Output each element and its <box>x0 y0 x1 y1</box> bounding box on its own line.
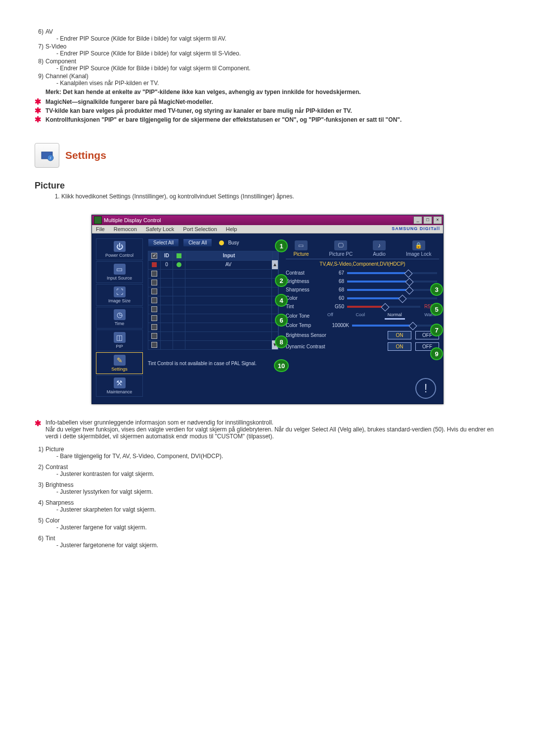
sidebar-item-label: Settings <box>111 367 128 372</box>
contrast-slider[interactable] <box>347 272 437 274</box>
warning-icon: ! <box>415 378 436 399</box>
color-slider[interactable] <box>347 297 437 299</box>
sidebar-item-power[interactable]: ⏻ Power Control <box>96 238 143 260</box>
item-desc: - Justerer kontrasten for valgt skjerm. <box>56 471 499 477</box>
sidebar-item-maintenance[interactable]: ⚒ Maintenance <box>96 375 143 397</box>
ct-off[interactable]: Off <box>324 312 336 320</box>
row-check[interactable] <box>148 296 161 305</box>
busy-indicator-icon <box>219 240 224 245</box>
row-check[interactable] <box>148 314 161 323</box>
row-check[interactable] <box>148 331 161 341</box>
picture-pc-icon: 🖵 <box>334 240 347 250</box>
maximize-button[interactable]: □ <box>423 216 432 224</box>
star-note: ✱ Kontrollfunksjonen "PIP" er bare tilgj… <box>45 116 499 123</box>
sidebar-item-label: Image Size <box>108 298 131 303</box>
row-value: 68 <box>324 287 347 292</box>
item-label: Tint <box>45 535 55 542</box>
menu-remocon[interactable]: Remocon <box>114 226 137 232</box>
sharpness-slider[interactable] <box>347 289 437 291</box>
col-input: Input <box>185 251 273 261</box>
busy-label: Busy <box>228 240 239 245</box>
info-note-text: Info-tabellen viser grunnleggende inform… <box>45 419 499 440</box>
tint-slider[interactable] <box>347 306 420 308</box>
menu-help[interactable]: Help <box>226 226 237 232</box>
star-icon: ✱ <box>35 116 41 123</box>
item-desc: - Kanalpilen vises når PIP-kilden er TV. <box>56 80 499 87</box>
col-status <box>173 251 185 261</box>
tab-picture-pc[interactable]: 🖵 Picture PC <box>329 240 353 257</box>
maintenance-icon: ⚒ <box>114 378 126 388</box>
ct-normal[interactable]: Normal <box>385 312 405 320</box>
brightness-slider[interactable] <box>347 281 437 283</box>
tab-picture[interactable]: ▭ Picture <box>293 240 309 257</box>
row-label: Color Tone <box>286 313 324 319</box>
item-desc: - Endrer PIP Source (Kilde for Bilde i b… <box>56 50 499 57</box>
row-value: 67 <box>324 270 347 276</box>
row-check[interactable] <box>148 340 161 350</box>
minimize-button[interactable]: _ <box>413 216 422 224</box>
menu-bar: File Remocon Safety Lock Port Selection … <box>92 225 443 234</box>
sidebar-item-time[interactable]: ◷ Time <box>96 307 143 329</box>
clock-icon: ◷ <box>114 309 126 320</box>
sidebar-item-image-size[interactable]: ⛶ Image Size <box>96 284 143 306</box>
app-screenshot: Multiple Display Control _ □ × File Remo… <box>91 215 443 404</box>
item-label: Color <box>45 517 60 524</box>
menu-port-selection[interactable]: Port Selection <box>183 226 217 232</box>
star-text: MagicNet—signalkilde fungerer bare på Ma… <box>45 98 213 105</box>
item-label: AV <box>45 28 53 35</box>
row-check[interactable] <box>148 260 161 270</box>
tab-audio[interactable]: ♪ Audio <box>373 240 386 257</box>
list-item: 3) Brightness - Justerer lysstyrken for … <box>35 481 499 495</box>
row-check[interactable] <box>148 269 161 279</box>
clear-all-button[interactable]: Clear All <box>183 238 212 247</box>
item-num: 4) <box>35 499 45 506</box>
col-id: ID <box>161 251 173 261</box>
sidebar-item-pip[interactable]: ◫ PIP <box>96 330 143 351</box>
row-id: 0 <box>161 260 173 270</box>
window-titlebar[interactable]: Multiple Display Control _ □ × <box>92 215 443 225</box>
scrollbar[interactable] <box>273 251 278 261</box>
item-desc: - Justerer fargetonene for valgt skjerm. <box>56 542 499 549</box>
color-temp-slider[interactable] <box>352 325 437 327</box>
color-tone-options[interactable]: Off Cool Normal Warm <box>324 312 439 320</box>
select-all-button[interactable]: Select All <box>148 238 179 247</box>
merk-note: Merk: Det kan hende at enkelte av "PIP"-… <box>45 89 499 95</box>
bsensor-on-button[interactable]: ON <box>388 331 411 339</box>
sidebar-item-input-source[interactable]: ▭ Input Source <box>96 261 143 283</box>
sidebar-item-label: Time <box>115 321 125 326</box>
list-item: 9) Channel (Kanal) - Kanalpilen vises nå… <box>35 73 499 87</box>
menu-safety-lock[interactable]: Safety Lock <box>146 226 174 232</box>
menu-file[interactable]: File <box>96 226 105 232</box>
row-check[interactable] <box>148 287 161 296</box>
item-label: Channel (Kanal) <box>45 73 89 80</box>
row-check[interactable] <box>148 323 161 332</box>
list-item: 2) Contrast - Justerer kontrasten for va… <box>35 464 499 477</box>
star-text: Kontrollfunksjonen "PIP" er bare tilgjen… <box>45 116 401 123</box>
row-status-icon <box>173 260 185 270</box>
row-label: Brightness Sensor <box>286 332 340 338</box>
item-desc: - Justerer skarpheten for valgt skjerm. <box>56 506 499 513</box>
picture-icon: ▭ <box>295 240 308 250</box>
row-check[interactable] <box>148 278 161 287</box>
tab-image-lock[interactable]: 🔒 Image Lock <box>406 240 432 257</box>
row-check[interactable] <box>148 305 161 314</box>
row-value: 68 <box>324 279 347 284</box>
sidebar-item-label: Input Source <box>107 276 132 281</box>
lock-icon: 🔒 <box>412 240 425 250</box>
item-num: 2) <box>35 464 45 471</box>
row-dynamic-contrast: Dynamic Contrast ON OFF <box>286 341 439 352</box>
scroll-up-icon[interactable]: ▲ <box>272 260 278 270</box>
row-label: Sharpness <box>286 287 324 292</box>
dcontrast-on-button[interactable]: ON <box>388 342 411 351</box>
item-label: Component <box>45 58 76 65</box>
power-icon: ⏻ <box>114 241 126 252</box>
callout-5: 5 <box>430 303 443 316</box>
close-button[interactable]: × <box>433 216 442 224</box>
item-label: S-Video <box>45 43 66 50</box>
item-num: 3) <box>35 481 45 488</box>
ct-cool[interactable]: Cool <box>353 312 368 320</box>
row-label: Brightness <box>286 279 324 284</box>
sidebar-item-settings[interactable]: ✎ Settings <box>96 352 143 374</box>
list-item: 6) AV - Endrer PIP Source (Kilde for Bil… <box>35 28 499 42</box>
center-panel: Select All Clear All Busy ✓ ID Input <box>143 238 284 397</box>
